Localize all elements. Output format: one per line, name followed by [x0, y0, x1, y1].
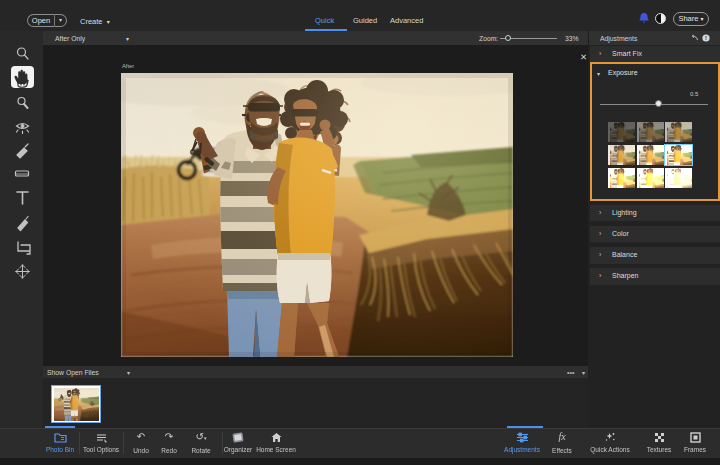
- svg-text:!: !: [705, 35, 707, 41]
